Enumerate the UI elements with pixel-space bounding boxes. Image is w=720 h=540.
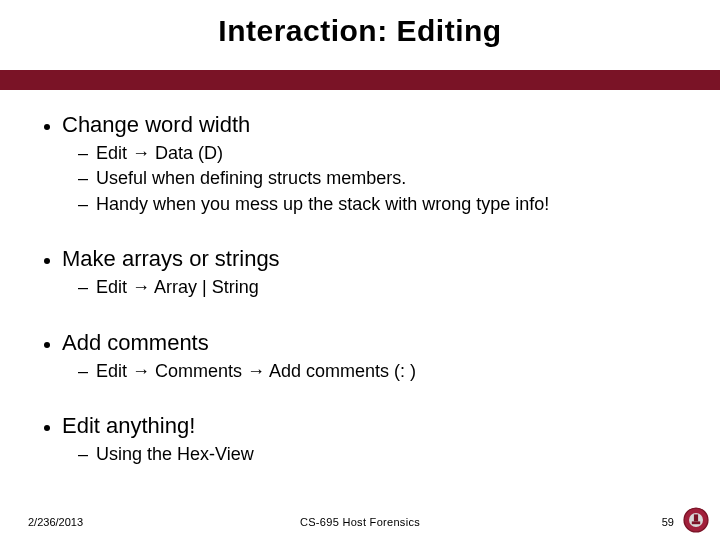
dash-icon: – <box>78 142 88 165</box>
svg-rect-3 <box>692 521 700 524</box>
dash-icon: – <box>78 360 88 383</box>
bullet-sublist: – Edit → Array | String <box>78 276 684 299</box>
title-rule <box>0 70 720 90</box>
bullet-dot-icon <box>44 258 50 264</box>
bullet-sub-text: Using the Hex-View <box>96 443 254 466</box>
title-wrap: Interaction: Editing <box>0 0 720 48</box>
bullet-text: Add comments <box>62 330 209 356</box>
bullet-sub: – Useful when defining structs members. <box>78 167 684 190</box>
dash-icon: – <box>78 443 88 466</box>
bullet-sub: – Handy when you mess up the stack with … <box>78 193 684 216</box>
bullet-main: Change word width <box>44 112 684 138</box>
bullet-text: Edit anything! <box>62 413 195 439</box>
slide-body: Change word width – Edit → Data (D) – Us… <box>44 100 684 466</box>
footer-page-number: 59 <box>662 516 674 528</box>
dash-icon: – <box>78 276 88 299</box>
bullet-sub: – Using the Hex-View <box>78 443 684 466</box>
bullet-sub-text: Edit → Comments → Add comments (: ) <box>96 360 416 383</box>
svg-rect-2 <box>694 514 698 521</box>
bullet-text: Make arrays or strings <box>62 246 280 272</box>
bullet-sublist: – Using the Hex-View <box>78 443 684 466</box>
bullet-sub-text: Handy when you mess up the stack with wr… <box>96 193 549 216</box>
bullet-dot-icon <box>44 342 50 348</box>
bullet-sub-text: Useful when defining structs members. <box>96 167 406 190</box>
bullet-sub: – Edit → Array | String <box>78 276 684 299</box>
dash-icon: – <box>78 193 88 216</box>
footer-date: 2/236/2013 <box>28 516 83 528</box>
bullet-dot-icon <box>44 124 50 130</box>
slide: Interaction: Editing Change word width –… <box>0 0 720 540</box>
bullet-main: Make arrays or strings <box>44 246 684 272</box>
footer: 2/236/2013 CS-695 Host Forensics 59 <box>0 504 720 528</box>
bullet-sub: – Edit → Comments → Add comments (: ) <box>78 360 684 383</box>
footer-course: CS-695 Host Forensics <box>300 516 420 528</box>
bullet-main: Add comments <box>44 330 684 356</box>
dash-icon: – <box>78 167 88 190</box>
bullet-sub: – Edit → Data (D) <box>78 142 684 165</box>
bullet-sub-text: Edit → Data (D) <box>96 142 223 165</box>
bullet-sub-text: Edit → Array | String <box>96 276 259 299</box>
slide-title: Interaction: Editing <box>0 14 720 48</box>
bullet-sublist: – Edit → Data (D) – Useful when defining… <box>78 142 684 216</box>
bullet-text: Change word width <box>62 112 250 138</box>
bullet-dot-icon <box>44 425 50 431</box>
bullet-sublist: – Edit → Comments → Add comments (: ) <box>78 360 684 383</box>
seal-icon <box>682 506 710 534</box>
bullet-main: Edit anything! <box>44 413 684 439</box>
